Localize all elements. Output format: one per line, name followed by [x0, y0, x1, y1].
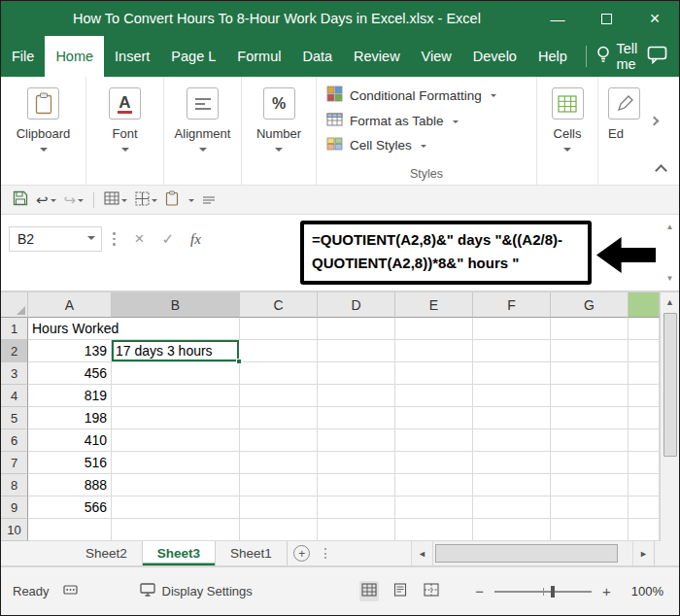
normal-view-button[interactable] [359, 581, 379, 601]
cell-B7[interactable] [112, 452, 240, 474]
cell-D5[interactable] [318, 407, 395, 429]
cell-G8[interactable] [551, 474, 629, 496]
comments-button[interactable] [647, 36, 667, 77]
column-header-F[interactable]: F [473, 292, 551, 318]
cell-F5[interactable] [473, 407, 551, 429]
cell-C4[interactable] [240, 385, 318, 407]
row-header-4[interactable]: 4 [1, 385, 28, 407]
font-group[interactable]: A Font [86, 77, 164, 185]
horizontal-scrollbar[interactable] [432, 541, 632, 565]
page-break-preview-button[interactable] [422, 581, 441, 601]
sheet-tab-sheet2[interactable]: Sheet2 [71, 541, 143, 565]
cell-G6[interactable] [551, 429, 629, 452]
horizontal-scroll-thumb[interactable] [435, 544, 618, 563]
tab-data[interactable]: Data [291, 36, 343, 77]
cell-B9[interactable] [112, 496, 240, 519]
row-header-2[interactable]: 2 [1, 340, 28, 362]
cell-G1[interactable] [551, 318, 629, 340]
column-header-E[interactable]: E [395, 292, 473, 318]
tab-developer[interactable]: Develo [462, 36, 527, 77]
cell-D8[interactable] [318, 474, 395, 496]
fill-handle[interactable] [236, 359, 242, 364]
insert-function-button[interactable]: fx [183, 231, 209, 248]
cell-A10[interactable] [28, 519, 112, 541]
cell-B1[interactable] [112, 318, 240, 340]
cell-A1[interactable]: Hours Worked [28, 318, 112, 340]
cell-A7[interactable]: 516 [28, 452, 112, 474]
cell-E9[interactable] [395, 496, 473, 519]
cell-F9[interactable] [473, 496, 551, 519]
cell-G9[interactable] [551, 496, 629, 519]
display-settings-button[interactable]: Display Settings [140, 583, 253, 599]
column-header-A[interactable]: A [28, 292, 112, 318]
cell-A6[interactable]: 410 [28, 429, 112, 452]
tab-view[interactable]: View [411, 36, 462, 77]
cell-E4[interactable] [395, 385, 473, 407]
cell-G4[interactable] [551, 385, 629, 407]
tell-me-button[interactable]: Tell me [596, 36, 647, 77]
column-header-B[interactable]: B [112, 292, 240, 318]
format-as-table-button[interactable]: Format as Table [326, 113, 459, 129]
row-header-1[interactable]: 1 [1, 318, 28, 340]
maximize-button[interactable] [582, 1, 630, 36]
cell-styles-button[interactable]: Cell Styles [326, 137, 426, 154]
sheet-tab-sheet1[interactable]: Sheet1 [216, 541, 288, 565]
cell-B2[interactable]: 17 days 3 hours [112, 340, 240, 362]
insert-table-button[interactable] [100, 189, 131, 210]
undo-button[interactable]: ↩ [32, 189, 60, 211]
page-layout-view-button[interactable] [391, 581, 410, 601]
sheet-tab-options-grip[interactable] [324, 541, 326, 565]
cell-F8[interactable] [473, 474, 551, 496]
close-button[interactable]: × [630, 1, 679, 36]
tab-help[interactable]: Help [527, 36, 578, 77]
cell-E5[interactable] [395, 407, 473, 429]
formula-scroll-down-icon[interactable]: ▼ [666, 274, 674, 283]
tab-formulas[interactable]: Formul [226, 36, 291, 77]
cell-A3[interactable]: 456 [28, 362, 112, 385]
cell-F10[interactable] [473, 519, 551, 541]
tab-insert[interactable]: Insert [104, 36, 160, 77]
cell-D6[interactable] [318, 429, 395, 452]
ribbon-scroll-right-icon[interactable] [650, 117, 660, 126]
tab-file[interactable]: File [1, 36, 45, 77]
zoom-in-button[interactable]: + [597, 583, 616, 599]
minimize-button[interactable]: — [533, 1, 582, 36]
cell-E8[interactable] [395, 474, 473, 496]
cell-D1[interactable] [318, 318, 395, 340]
cell-E2[interactable] [395, 340, 473, 362]
cell-E10[interactable] [395, 519, 473, 541]
cell-D9[interactable] [318, 496, 395, 519]
cell-A5[interactable]: 198 [28, 407, 112, 429]
cell-A2[interactable]: 139 [28, 340, 112, 362]
cell-A9[interactable]: 566 [28, 496, 112, 519]
scroll-left-button[interactable]: ◄ [411, 541, 432, 565]
scroll-right-button[interactable]: ► [632, 541, 654, 565]
name-box[interactable]: B2 [9, 226, 102, 252]
row-header-5[interactable]: 5 [1, 407, 28, 429]
column-header-G[interactable]: G [551, 292, 629, 318]
cell-C5[interactable] [240, 407, 318, 429]
cell-B4[interactable] [112, 385, 240, 407]
cell-A4[interactable]: 819 [28, 385, 112, 407]
cell-D10[interactable] [318, 519, 395, 541]
vertical-scrollbar[interactable]: ▲ [660, 292, 679, 541]
borders-button[interactable] [131, 189, 161, 211]
cell-F4[interactable] [473, 385, 551, 407]
cell-B3[interactable] [112, 362, 240, 385]
row-header-7[interactable]: 7 [1, 452, 28, 474]
cell-G10[interactable] [551, 519, 629, 541]
cell-F2[interactable] [473, 340, 551, 362]
cell-G5[interactable] [551, 407, 629, 429]
redo-dropdown-icon[interactable] [78, 199, 84, 205]
column-header-stub[interactable] [629, 292, 660, 318]
cell-C10[interactable] [240, 519, 318, 541]
insert-table-dropdown-icon[interactable] [121, 199, 127, 205]
clipboard-group[interactable]: Clipboard [1, 77, 86, 185]
sheet-tab-sheet3[interactable]: Sheet3 [143, 541, 216, 565]
cell-G7[interactable] [551, 452, 629, 474]
row-header-6[interactable]: 6 [1, 429, 28, 452]
borders-dropdown-icon[interactable] [152, 199, 157, 205]
row-header-10[interactable]: 10 [1, 519, 28, 541]
cell-B10[interactable] [112, 519, 240, 541]
cell-D4[interactable] [318, 385, 395, 407]
